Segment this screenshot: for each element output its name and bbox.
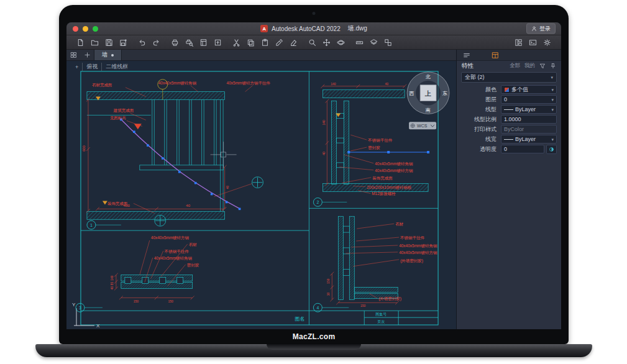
wcs-selector[interactable]: WCS	[409, 122, 436, 129]
zoom-icon[interactable]	[308, 39, 316, 47]
toolbar-group-2	[138, 39, 160, 47]
prop-value-lineweight[interactable]: ByLayer▾	[501, 135, 557, 143]
cad-annotation: 页次	[377, 319, 385, 324]
panel-tab-all[interactable]: 全部	[510, 62, 520, 70]
prop-label-lineweight: 线宽	[457, 135, 501, 143]
layers-icon[interactable]	[370, 39, 378, 47]
undo-icon[interactable]	[138, 39, 146, 47]
cut-icon[interactable]	[232, 39, 240, 47]
filter-icon[interactable]	[539, 63, 546, 69]
drawing-tabs: 墙	[66, 50, 456, 61]
tab-label: 墙	[102, 51, 108, 59]
prop-value-linetype[interactable]: ByLayer▾	[501, 105, 557, 114]
viewport-control-visual-style[interactable]: 二维线框	[101, 63, 132, 71]
command-line-icon[interactable]	[529, 39, 537, 47]
paste-icon[interactable]	[261, 39, 269, 47]
compass-north-label[interactable]: 北	[425, 74, 431, 80]
toolbar-group-1	[76, 39, 127, 47]
measure-icon[interactable]	[355, 39, 364, 47]
panel-icon-row	[457, 50, 561, 61]
open-folder-icon[interactable]	[91, 39, 99, 47]
minimize-button[interactable]	[83, 26, 88, 32]
prop-row-layer: 图层0▾	[457, 94, 561, 104]
erase-icon[interactable]	[290, 39, 298, 47]
cad-annotation: 石材	[395, 222, 404, 227]
prop-row-linetype-scale: 线型比例1.0000	[457, 114, 561, 124]
pin-icon[interactable]	[550, 63, 556, 69]
cad-annotation: 密封胶	[368, 145, 380, 150]
redo-icon[interactable]	[152, 39, 160, 47]
globe-icon	[411, 124, 414, 127]
print-preview-icon[interactable]	[185, 39, 193, 47]
new-file-icon[interactable]	[76, 39, 85, 47]
tab-drawing-wall[interactable]: 墙	[94, 50, 122, 60]
selection-filter-dropdown[interactable]: 全部 (2) ▾	[461, 72, 557, 83]
cad-annotation: 200x200x10mm镀锌钢板	[367, 185, 412, 189]
cad-annotation: 建筑完成面	[113, 108, 134, 113]
panel-title-row: 特性 全部 我的	[457, 61, 561, 71]
transparency-picker-button[interactable]	[546, 145, 557, 154]
prop-value-transparency[interactable]: 0	[501, 145, 544, 153]
page-setup-icon[interactable]	[199, 39, 208, 47]
palette-menu-icon[interactable]	[463, 52, 470, 59]
login-button[interactable]: 登录	[526, 24, 556, 34]
publish-icon[interactable]	[214, 39, 222, 47]
chevron-down-icon: ▾	[551, 75, 553, 80]
titlebar[interactable]: A Autodesk AutoCAD 2022 墙.dwg 登录	[66, 22, 561, 35]
zoom-button[interactable]	[93, 26, 98, 32]
save-icon[interactable]	[105, 39, 113, 47]
group-icon[interactable]	[384, 39, 392, 47]
cad-annotation: 装饰完成面	[372, 176, 393, 181]
match-properties-icon[interactable]	[275, 39, 283, 47]
save-as-icon[interactable]	[119, 39, 127, 47]
elevation-markers	[96, 97, 341, 205]
spline-grips[interactable]	[120, 119, 240, 211]
prop-value-text: ByColor	[504, 126, 524, 132]
settings-icon[interactable]	[543, 39, 551, 47]
viewport-control-menu[interactable]: +	[71, 64, 82, 70]
document-name: 墙.dwg	[348, 24, 367, 33]
svg-text:3: 3	[79, 306, 81, 310]
linetype-sample	[504, 139, 513, 140]
pan-icon[interactable]	[323, 39, 331, 47]
compass-south-label[interactable]: 南	[426, 107, 431, 113]
panel-tab-mine[interactable]: 我的	[524, 62, 535, 70]
linetype-sample	[504, 109, 513, 110]
prop-value-color[interactable]: 多个值▾	[501, 85, 557, 94]
laptop-base-notch	[267, 344, 361, 350]
compass-east-label[interactable]: 东	[442, 91, 447, 96]
prop-value-layer[interactable]: 0▾	[501, 95, 557, 104]
drawing-canvas[interactable]: 上 北 南 西 东	[66, 61, 456, 329]
prop-value-text: 多个值	[511, 86, 528, 94]
cad-annotation: 石材完成面	[92, 83, 112, 88]
cad-annotation: M12膨胀螺栓	[372, 192, 396, 197]
cad-annotation: 40	[186, 204, 190, 207]
cad-annotation: 85	[111, 282, 114, 286]
cad-annotation: 10	[327, 292, 330, 296]
prop-value-linetype-scale[interactable]: 1.0000	[501, 115, 557, 124]
view-compass[interactable]: 上 北 南 西 东	[407, 72, 449, 114]
cad-annotation: 见图标高	[110, 116, 126, 121]
color-swatch	[504, 87, 510, 93]
compass-west-label[interactable]: 西	[409, 91, 414, 96]
cad-annotation: 40	[111, 286, 114, 289]
selected-spline[interactable]	[121, 119, 240, 209]
orbit-icon[interactable]	[337, 39, 345, 47]
viewport-control-view[interactable]: 俯视	[82, 63, 101, 71]
panel-title: 特性	[462, 62, 474, 70]
traffic-lights	[73, 22, 98, 35]
tool-palettes-icon[interactable]	[515, 39, 523, 47]
new-tab-plus-icon[interactable]	[80, 50, 94, 60]
layout-grid-icon[interactable]	[66, 50, 80, 60]
toolbar-group-6	[355, 39, 392, 47]
prop-label-transparency: 透明度	[457, 145, 501, 153]
macbook-mockup: A Autodesk AutoCAD 2022 墙.dwg 登录	[0, 0, 627, 364]
cad-annotation: 40	[323, 152, 326, 155]
toolbar-group-4	[232, 39, 298, 47]
copy-icon[interactable]	[247, 39, 255, 47]
quick-properties-icon[interactable]	[492, 52, 499, 59]
close-button[interactable]	[73, 26, 78, 32]
cad-annotation: 不锈钢干挂件	[165, 249, 189, 254]
print-icon[interactable]	[171, 39, 179, 47]
toolbar-group-5	[308, 39, 345, 47]
